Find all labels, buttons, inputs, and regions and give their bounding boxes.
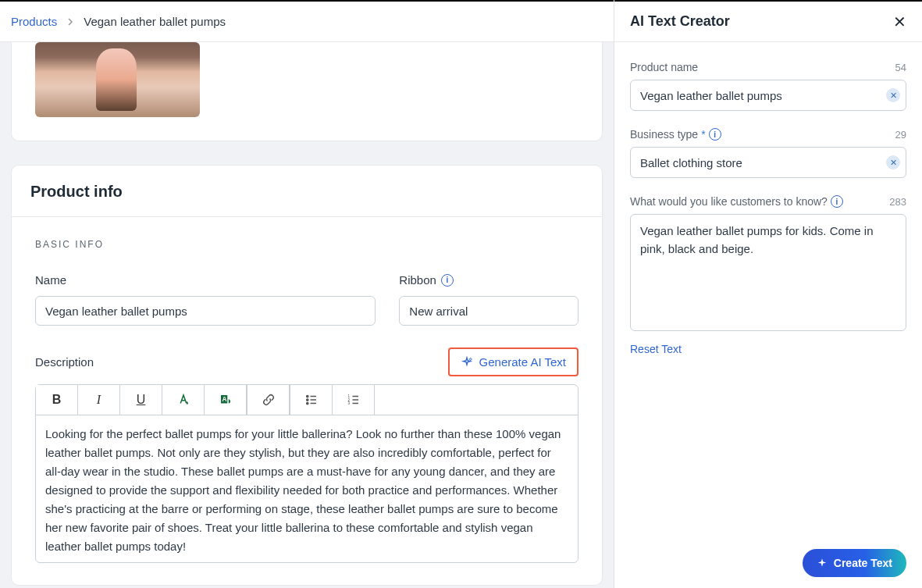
business-type-field: Business type * i 29 ✕ <box>630 128 906 178</box>
customers-know-label-text: What would you like customers to know? <box>630 195 828 208</box>
info-icon[interactable]: i <box>441 274 454 287</box>
business-type-label-text: Business type <box>630 128 698 141</box>
product-name-field: Product name 54 ✕ <box>630 61 906 111</box>
highlight-color-button[interactable]: A <box>205 385 247 415</box>
product-name-count: 54 <box>895 62 906 73</box>
svg-point-4 <box>306 399 308 401</box>
description-header: Description Generate AI Text <box>35 347 578 376</box>
ribbon-input[interactable] <box>399 296 578 326</box>
generate-ai-label: Generate AI Text <box>479 355 566 369</box>
svg-point-2 <box>306 395 308 397</box>
fields-row: Name Ribbon i <box>35 273 578 326</box>
description-editor: B I U A <box>35 384 578 563</box>
product-name-input[interactable] <box>630 80 906 111</box>
breadcrumb-products-link[interactable]: Products <box>11 15 57 28</box>
name-field: Name <box>35 273 376 326</box>
sparkle-icon <box>817 558 828 568</box>
customers-know-textarea[interactable] <box>630 214 906 331</box>
customers-know-field: What would you like customers to know? i… <box>630 195 906 334</box>
name-label: Name <box>35 273 376 287</box>
business-type-label: Business type * i <box>630 128 721 141</box>
svg-text:3: 3 <box>347 401 350 405</box>
text-color-button[interactable] <box>162 385 205 415</box>
name-input[interactable] <box>35 296 376 326</box>
main-area: Products Vegan leather ballet pumps Prod… <box>0 0 614 588</box>
business-type-input[interactable] <box>630 147 906 178</box>
bullet-list-button[interactable] <box>290 385 333 415</box>
numbered-list-button[interactable]: 123 <box>333 385 375 415</box>
generate-ai-text-button[interactable]: Generate AI Text <box>448 347 578 376</box>
basic-info-label: BASIC INFO <box>35 239 578 250</box>
sidebar-body: Product name 54 ✕ Business type * i 29 ✕ <box>614 42 922 375</box>
svg-point-6 <box>306 402 308 404</box>
clear-product-name-button[interactable]: ✕ <box>886 88 900 102</box>
business-type-count: 29 <box>895 129 906 141</box>
clear-business-type-button[interactable]: ✕ <box>886 155 900 169</box>
breadcrumb-current: Vegan leather ballet pumps <box>84 15 226 28</box>
reset-text-link[interactable]: Reset Text <box>630 343 682 355</box>
create-text-label: Create Text <box>834 557 892 569</box>
info-icon[interactable]: i <box>709 128 721 141</box>
sidebar-title: AI Text Creator <box>630 13 730 30</box>
sparkle-icon <box>461 356 473 369</box>
description-textarea[interactable]: Looking for the perfect ballet pumps for… <box>36 415 578 562</box>
chevron-right-icon <box>66 18 74 26</box>
link-button[interactable] <box>247 385 290 415</box>
ribbon-field: Ribbon i <box>399 273 578 326</box>
customers-know-label: What would you like customers to know? i <box>630 195 843 208</box>
product-name-label: Product name <box>630 61 698 73</box>
customers-know-count: 283 <box>889 196 906 208</box>
description-label: Description <box>35 355 94 369</box>
close-icon[interactable]: ✕ <box>893 12 906 31</box>
bold-button[interactable]: B <box>36 385 78 415</box>
editor-toolbar: B I U A <box>36 385 578 415</box>
underline-button[interactable]: U <box>120 385 162 415</box>
content-scroll: Product info BASIC INFO Name Ribbon i <box>0 42 614 586</box>
ai-text-creator-panel: AI Text Creator ✕ Product name 54 ✕ Busi… <box>614 0 922 588</box>
info-icon[interactable]: i <box>831 195 843 208</box>
card-title: Product info <box>12 166 602 217</box>
ribbon-label-text: Ribbon <box>399 273 436 287</box>
italic-button[interactable]: I <box>78 385 120 415</box>
sidebar-header: AI Text Creator ✕ <box>614 2 922 42</box>
product-image-card <box>11 42 603 141</box>
product-image[interactable] <box>35 42 200 117</box>
ribbon-label: Ribbon i <box>399 273 578 287</box>
card-body: BASIC INFO Name Ribbon i <box>12 217 602 585</box>
svg-text:A: A <box>222 396 226 403</box>
create-text-button[interactable]: Create Text <box>803 549 906 577</box>
required-indicator: * <box>701 128 705 141</box>
breadcrumb: Products Vegan leather ballet pumps <box>0 0 614 42</box>
product-info-card: Product info BASIC INFO Name Ribbon i <box>11 165 603 586</box>
